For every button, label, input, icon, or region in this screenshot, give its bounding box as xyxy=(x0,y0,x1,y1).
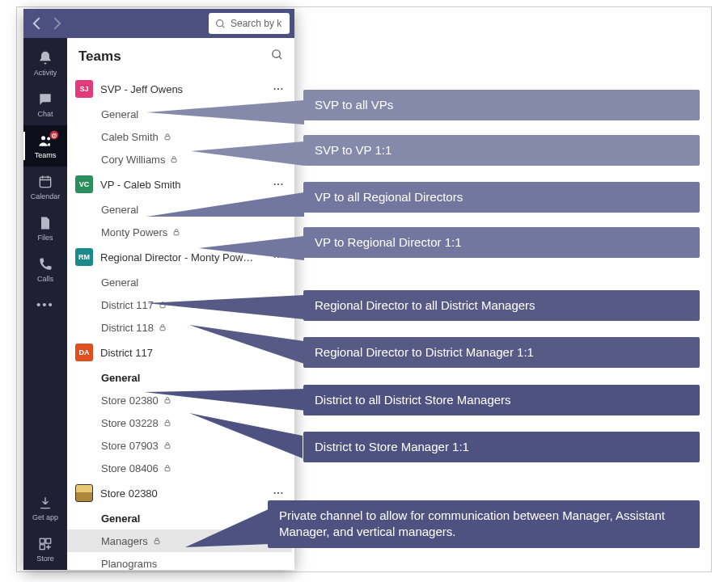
callout: Regional Director to District Manager 1:… xyxy=(303,337,700,368)
channel-row[interactable]: Store 08406 xyxy=(67,457,292,479)
channel-row[interactable]: Store 07903 xyxy=(67,434,292,457)
channel-row[interactable]: District 117 xyxy=(67,293,292,316)
channel-name: Store 02380 xyxy=(101,394,159,407)
channel-row[interactable]: General xyxy=(67,366,292,389)
app-body: Activity Chat Teams @ Calendar Fil xyxy=(23,38,294,570)
teams-list[interactable]: SJSVP - Jeff Owens···GeneralCaleb SmithC… xyxy=(67,75,294,570)
rail-calendar[interactable]: Calendar xyxy=(23,167,67,208)
team-more-icon[interactable]: ··· xyxy=(273,179,284,190)
panel-title: Teams xyxy=(78,48,121,65)
nav-arrows xyxy=(28,15,66,32)
channel-name: General xyxy=(101,372,140,384)
teams-panel: Teams SJSVP - Jeff Owens···GeneralCaleb … xyxy=(67,38,294,570)
team-more-icon[interactable]: ··· xyxy=(273,347,284,358)
lock-icon xyxy=(170,154,178,166)
channel-name: General xyxy=(101,204,138,216)
callout: SVP to all VPs xyxy=(303,90,700,120)
channel-name: Store 08406 xyxy=(101,462,159,474)
rail-chat[interactable]: Chat xyxy=(23,84,67,125)
team-row[interactable]: RMRegional Director - Monty Pow…··· xyxy=(67,243,292,271)
rail-calls[interactable]: Calls xyxy=(23,249,67,290)
channel-row[interactable]: General xyxy=(67,271,292,293)
notification-badge: @ xyxy=(49,130,59,140)
forward-button[interactable] xyxy=(48,15,66,32)
team-more-icon[interactable]: ··· xyxy=(273,487,284,499)
rail-store[interactable]: Store xyxy=(23,529,67,570)
channel-row[interactable]: Caleb Smith xyxy=(67,125,292,148)
team-name: Regional Director - Monty Pow… xyxy=(100,251,266,264)
lock-icon xyxy=(163,394,171,407)
channel-name: Monty Powers xyxy=(101,226,167,238)
svg-rect-8 xyxy=(165,136,170,139)
svg-rect-16 xyxy=(165,467,170,470)
svg-rect-6 xyxy=(40,545,44,550)
svg-rect-3 xyxy=(40,177,50,188)
svg-rect-13 xyxy=(165,399,170,403)
callout: Regional Director to all District Manage… xyxy=(303,290,700,321)
callout: VP to Regional Director 1:1 xyxy=(303,227,700,258)
team-avatar xyxy=(75,484,93,502)
files-icon xyxy=(37,215,53,231)
search-wrap: Search by k xyxy=(209,13,290,34)
panel-search-icon[interactable] xyxy=(271,48,283,65)
channel-row[interactable]: Planograms xyxy=(67,552,292,570)
team-avatar: DA xyxy=(75,344,93,361)
callout: Private channel to allow for communicati… xyxy=(268,500,700,548)
team-more-icon[interactable]: ··· xyxy=(273,251,284,263)
team-name: Store 02380 xyxy=(100,487,266,500)
svg-rect-11 xyxy=(160,304,165,307)
channel-row[interactable]: General xyxy=(67,103,292,125)
rail-activity[interactable]: Activity xyxy=(23,43,67,84)
lock-icon xyxy=(163,131,171,143)
panel-header: Teams xyxy=(67,38,294,75)
channel-name: Managers xyxy=(101,535,148,547)
channel-row[interactable]: Store 02380 xyxy=(67,389,292,411)
svg-rect-9 xyxy=(172,158,177,162)
channel-name: Caleb Smith xyxy=(101,131,159,143)
rail-teams[interactable]: Teams @ xyxy=(23,125,67,167)
channel-row[interactable]: General xyxy=(67,198,292,221)
channel-row[interactable]: Store 03228 xyxy=(67,411,292,434)
svg-rect-4 xyxy=(40,538,44,543)
chat-icon xyxy=(37,91,53,108)
team-row[interactable]: VCVP - Caleb Smith··· xyxy=(67,171,292,198)
channel-row[interactable]: Cory Williams xyxy=(67,148,292,171)
rail-more[interactable]: ••• xyxy=(23,290,67,318)
team-row[interactable]: DADistrict 117··· xyxy=(67,339,292,366)
channel-row[interactable]: Managers xyxy=(67,529,292,552)
channel-name: Planograms xyxy=(101,558,157,570)
channel-row[interactable]: Monty Powers xyxy=(67,221,292,243)
team-name: District 117 xyxy=(100,347,266,359)
channel-row[interactable]: General xyxy=(67,507,292,529)
rail-files[interactable]: Files xyxy=(23,208,67,249)
channel-name: Cory Williams xyxy=(101,154,165,166)
lock-icon xyxy=(163,462,171,474)
svg-rect-5 xyxy=(46,538,51,543)
callout: District to all District Store Managers xyxy=(303,385,700,415)
search-input[interactable]: Search by k xyxy=(209,13,290,34)
channel-row[interactable]: District 118 xyxy=(67,316,292,339)
channel-name: District 117 xyxy=(101,299,154,311)
lock-icon xyxy=(172,226,180,238)
team-row[interactable]: Store 02380··· xyxy=(67,479,292,507)
team-row[interactable]: SJSVP - Jeff Owens··· xyxy=(67,75,292,103)
bell-icon xyxy=(37,50,53,66)
back-button[interactable] xyxy=(28,15,46,32)
lock-icon xyxy=(159,299,167,311)
callout: District to Store Manager 1:1 xyxy=(303,432,700,462)
svg-rect-17 xyxy=(154,540,159,543)
calendar-icon xyxy=(37,174,53,190)
team-avatar: RM xyxy=(75,248,93,266)
search-icon xyxy=(215,19,226,29)
callout: VP to all Regional Directors xyxy=(303,182,700,213)
svg-rect-15 xyxy=(165,445,170,448)
team-avatar: VC xyxy=(75,175,93,193)
lock-icon xyxy=(159,322,167,334)
rail-getapp[interactable]: Get app xyxy=(23,487,67,529)
svg-point-0 xyxy=(217,19,223,26)
lock-icon xyxy=(163,417,171,429)
store-icon xyxy=(37,536,53,552)
ellipsis-icon: ••• xyxy=(36,297,54,311)
team-more-icon[interactable]: ··· xyxy=(273,83,284,95)
search-placeholder: Search by k xyxy=(231,18,281,29)
